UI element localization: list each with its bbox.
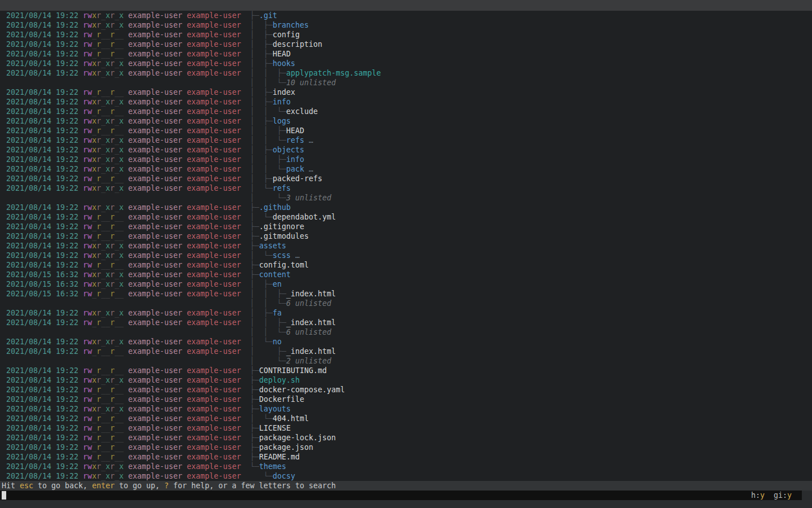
file-row[interactable]: │ │ └─6 unlisted	[2, 327, 812, 337]
tree-branch-lines: ├─	[241, 395, 259, 404]
file-row[interactable]: 2021/08/14 19:22 rwxr_xr_x example-user …	[2, 116, 812, 126]
file-row[interactable]: 2021/08/14 19:22 rw_r__r__ example-user …	[2, 231, 812, 241]
file-permissions: rwxr_xr_x	[83, 242, 123, 250]
file-row[interactable]: 2021/08/14 19:22 rwxr_xr_x example-user …	[2, 164, 812, 174]
file-owner: example-user	[123, 50, 182, 58]
file-permissions	[83, 357, 123, 365]
file-row[interactable]: 2021/08/14 19:22 rw_r__r__ example-user …	[2, 40, 812, 49]
file-row[interactable]: 2021/08/14 19:22 rwxr_xr_x example-user …	[2, 375, 812, 385]
file-row[interactable]: 2021/08/14 19:22 rwxr_xr_x example-user …	[2, 404, 812, 414]
truncation-ellipsis-icon: …	[290, 251, 299, 260]
file-permissions: rwxr_xr_x	[83, 21, 123, 29]
file-row[interactable]: 2021/08/14 19:22 rw_r__r__ example-user …	[2, 222, 812, 231]
file-date: 2021/08/14 19:22	[2, 69, 83, 77]
file-row[interactable]: 2021/08/14 19:22 rw_r__r__ example-user …	[2, 423, 812, 433]
file-group: example-user	[182, 88, 241, 97]
file-row[interactable]: 2021/08/14 19:22 rw_r__r__ example-user …	[2, 443, 812, 452]
search-input[interactable]: h:y gi:y	[0, 491, 802, 500]
file-name: .gitignore	[259, 222, 304, 231]
file-date	[2, 299, 83, 308]
file-row[interactable]: 2021/08/14 19:22 rwxr_xr_x example-user …	[2, 241, 812, 251]
file-owner: example-user	[123, 88, 182, 97]
file-owner: example-user	[123, 98, 182, 106]
file-row[interactable]: 2021/08/14 19:22 rwxr_xr_x example-user …	[2, 145, 812, 155]
file-row[interactable]: 2021/08/14 19:22 rwxr_xr_x example-user …	[2, 59, 812, 68]
file-owner: example-user	[123, 453, 182, 461]
file-row[interactable]: 2021/08/14 19:22 rw_r__r__ example-user …	[2, 260, 812, 270]
file-row[interactable]: 2021/08/14 19:22 rw_r__r__ example-user …	[2, 107, 812, 116]
unlisted-count: 6 unlisted	[286, 299, 331, 308]
file-name: exclude	[286, 107, 317, 116]
tree-branch-lines: ├─	[241, 261, 259, 269]
tree-branch-lines: ├─	[241, 376, 259, 384]
file-group: example-user	[182, 146, 241, 154]
file-row[interactable]: 2021/08/14 19:22 rwxr_xr_x example-user …	[2, 183, 812, 193]
file-owner: example-user	[123, 280, 182, 288]
file-date: 2021/08/14 19:22	[2, 107, 83, 116]
unlisted-count: 10 unlisted	[286, 78, 336, 87]
file-row[interactable]: 2021/08/14 19:22 rw_r__r__ example-user …	[2, 49, 812, 59]
file-row[interactable]: 2021/08/14 19:22 rw_r__r__ example-user …	[2, 385, 812, 395]
file-row[interactable]: 2021/08/15 16:32 rw_r__r__ example-user …	[2, 289, 812, 299]
file-date	[2, 328, 83, 336]
file-row[interactable]: 2021/08/14 19:22 rwxr_xr_x example-user …	[2, 337, 812, 347]
file-row[interactable]: 2021/08/14 19:22 rw_r__r__ example-user …	[2, 126, 812, 135]
file-owner: example-user	[123, 11, 182, 20]
file-row[interactable]: 2021/08/14 19:22 rwxr_xr_x example-user …	[2, 155, 812, 164]
file-name: info	[286, 155, 304, 164]
file-row[interactable]: 2021/08/14 19:22 rwxr_xr_x example-user …	[2, 462, 812, 471]
file-permissions: rw_r__r__	[83, 126, 123, 135]
file-permissions: rw_r__r__	[83, 386, 123, 394]
tree-branch-lines: │ │ ├─	[241, 318, 286, 327]
tree-branch-lines: │ │ ├─	[241, 290, 286, 298]
file-row[interactable]: 2021/08/14 19:22 rw_r__r__ example-user …	[2, 174, 812, 183]
hint-text: Hit	[2, 481, 20, 490]
file-row[interactable]: 2021/08/14 19:22 rw_r__r__ example-user …	[2, 212, 812, 222]
file-date: 2021/08/14 19:22	[2, 213, 83, 221]
file-row[interactable]: │ └─2 unlisted	[2, 356, 812, 366]
file-row[interactable]: 2021/08/14 19:22 rw_r__r__ example-user …	[2, 347, 812, 356]
file-group: example-user	[182, 405, 241, 413]
file-row[interactable]: 2021/08/14 19:22 rwxr_xr_x example-user …	[2, 68, 812, 78]
file-row[interactable]: 2021/08/14 19:22 rw_r__r__ example-user …	[2, 395, 812, 404]
file-row[interactable]: │ │ └─6 unlisted	[2, 299, 812, 308]
file-owner: example-user	[123, 146, 182, 154]
file-row[interactable]: 2021/08/14 19:22 rw_r__r__ example-user …	[2, 30, 812, 40]
file-row[interactable]: 2021/08/14 19:22 rwxr_xr_x example-user …	[2, 308, 812, 318]
file-owner: example-user	[123, 30, 182, 39]
file-row[interactable]: 2021/08/14 19:22 rw_r__r__ example-user …	[2, 318, 812, 327]
file-row[interactable]: │ └─3 unlisted	[2, 193, 812, 203]
file-row[interactable]: 2021/08/14 19:22 rwxr_xr_x example-user …	[2, 20, 812, 30]
file-row[interactable]: 2021/08/14 19:22 rwxr_xr_x example-user …	[2, 203, 812, 212]
file-row[interactable]: 2021/08/14 19:22 rwxr_xr_x example-user …	[2, 251, 812, 260]
file-group: example-user	[182, 155, 241, 164]
file-row[interactable]: 2021/08/15 16:32 rwxr_xr_x example-user …	[2, 270, 812, 279]
file-permissions: rw_r__r__	[83, 88, 123, 97]
file-row[interactable]: 2021/08/15 16:32 rwxr_xr_x example-user …	[2, 279, 812, 289]
status-hint-bar: Hit esc to go back, enter to go up, ? fo…	[0, 481, 812, 491]
file-group: example-user	[182, 251, 241, 260]
file-group: example-user	[182, 40, 241, 49]
file-permissions: rw_r__r__	[83, 366, 123, 375]
file-row[interactable]: 2021/08/14 19:22 rwxr_xr_x example-user …	[2, 11, 812, 20]
file-date: 2021/08/14 19:22	[2, 424, 83, 432]
file-date: 2021/08/14 19:22	[2, 59, 83, 68]
file-permissions	[83, 299, 123, 308]
file-row[interactable]: 2021/08/14 19:22 rwxr_xr_x example-user …	[2, 471, 812, 481]
file-row[interactable]: 2021/08/14 19:22 rw_r__r__ example-user …	[2, 87, 812, 97]
file-row[interactable]: 2021/08/14 19:22 rw_r__r__ example-user …	[2, 433, 812, 443]
file-row[interactable]: │ │ └─10 unlisted	[2, 78, 812, 87]
file-row[interactable]: 2021/08/14 19:22 rw_r__r__ example-user …	[2, 452, 812, 462]
file-date: 2021/08/14 19:22	[2, 405, 83, 413]
file-group: example-user	[182, 414, 241, 423]
tree-branch-lines: ├─	[241, 11, 259, 20]
file-date: 2021/08/14 19:22	[2, 242, 83, 250]
file-row[interactable]: 2021/08/14 19:22 rwxr_xr_x example-user …	[2, 97, 812, 107]
file-name: docsy	[272, 472, 295, 480]
file-row[interactable]: 2021/08/14 19:22 rw_r__r__ example-user …	[2, 366, 812, 375]
file-group: example-user	[182, 338, 241, 346]
file-owner: example-user	[123, 424, 182, 432]
file-row[interactable]: 2021/08/14 19:22 rw_r__r__ example-user …	[2, 414, 812, 423]
file-row[interactable]: 2021/08/14 19:22 rwxr_xr_x example-user …	[2, 135, 812, 145]
file-name: refs	[286, 136, 304, 144]
